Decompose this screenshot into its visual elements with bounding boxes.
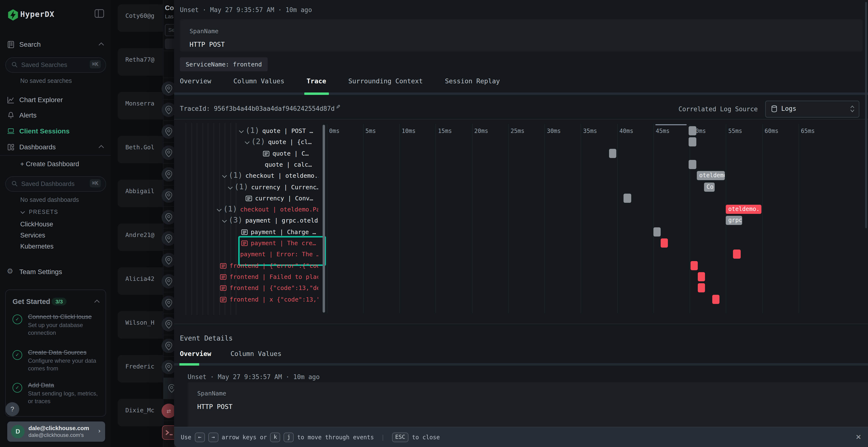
location-pin-icon[interactable] [161, 167, 176, 181]
sidebar-item-alerts[interactable]: Alerts [0, 109, 111, 122]
span-duration-bar[interactable] [712, 295, 719, 304]
event-details-tab-overview[interactable]: Overview [180, 350, 211, 357]
span-label: payment | Error: The … [240, 251, 318, 258]
app-title: HyperDX [20, 10, 55, 19]
trace-span-row[interactable]: quote | C… [263, 148, 309, 159]
log-doc-icon [241, 229, 248, 235]
trace-span-row[interactable]: (3)payment | grpc.oteld… [222, 215, 318, 227]
span-duration-bar[interactable] [698, 272, 705, 281]
divider [163, 206, 175, 207]
trace-span-row[interactable]: payment | The cre… [241, 238, 316, 249]
preset-services[interactable]: Services [20, 232, 45, 239]
sidebar-collapse-icon[interactable] [94, 9, 104, 18]
sidebar-item-dashboards[interactable]: Dashboards [0, 141, 111, 153]
tab-surrounding-context[interactable]: Surrounding Context [348, 77, 423, 93]
user-account-chip[interactable]: D dale@clickhouse.com dale@clickhouse.co… [7, 421, 105, 442]
location-pin-icon[interactable] [161, 145, 176, 160]
location-pin-icon[interactable] [161, 188, 176, 203]
trace-span-row[interactable]: frontend | {"code":13,"det… [220, 283, 318, 294]
location-pin-icon[interactable] [161, 81, 176, 96]
saved-dashboards-input[interactable]: Saved Dashboards ⌘K [5, 176, 106, 192]
divider [163, 142, 175, 142]
span-duration-bar[interactable]: Co [704, 182, 714, 192]
timeline-gridline [762, 124, 763, 313]
trace-span-row[interactable]: frontend | Failed to place… [220, 272, 318, 283]
sidebar-item-search[interactable]: Search [0, 38, 111, 51]
preset-clickhouse[interactable]: ClickHouse [20, 220, 53, 228]
log-doc-icon [220, 274, 227, 280]
session-list-item[interactable]: Coty60@g [118, 4, 163, 32]
span-duration-bar[interactable]: oteldemo.C [697, 171, 724, 180]
sidebar-item-chart-explorer[interactable]: Chart Explorer [0, 94, 111, 106]
saved-searches-input[interactable]: Saved Searches ⌘K [5, 57, 106, 73]
get-started-item[interactable]: ✓ Add Data Start sending logs, metrics, … [12, 381, 99, 405]
span-duration-bar[interactable] [733, 250, 741, 259]
location-pin-icon[interactable] [161, 210, 176, 224]
trace-span-row[interactable]: (1)quote | POST … [239, 126, 313, 137]
timeline-tick-label: 25ms [511, 128, 525, 134]
close-icon[interactable]: × [856, 431, 861, 442]
span-duration-bar[interactable]: oteldemo. [726, 205, 762, 214]
log-source-select[interactable]: Logs [765, 101, 859, 117]
session-list-item[interactable]: Beth.Gol [118, 136, 163, 163]
trace-span-row[interactable]: payment | Error: The … [240, 249, 318, 260]
tab-column-values[interactable]: Column Values [234, 77, 284, 93]
span-duration-bar[interactable]: grpc [726, 216, 742, 225]
help-button[interactable]: ? [5, 402, 19, 416]
trace-span-row[interactable]: (1)checkout | oteldemo.Pa… [217, 204, 318, 215]
tab-trace[interactable]: Trace [306, 77, 326, 93]
get-started-item[interactable]: ✓ Create Data Sources Configure where yo… [12, 349, 99, 373]
sidebar-item-client-sessions[interactable]: Client Sessions [0, 125, 111, 138]
event-details-tab-column-values[interactable]: Column Values [230, 350, 281, 357]
session-list-item[interactable]: Frederic [118, 355, 163, 382]
location-pin-icon[interactable] [161, 338, 176, 353]
tab-session-replay[interactable]: Session Replay [445, 77, 500, 93]
modal-scrollbar[interactable] [865, 2, 867, 228]
trace-span-row[interactable]: frontend | x {"code":13,"d… [220, 294, 318, 305]
session-list-item[interactable]: Dixie_Mc [118, 399, 163, 426]
span-duration-bar[interactable] [653, 227, 661, 236]
location-pin-icon[interactable] [161, 274, 176, 288]
session-list-item[interactable]: Alicia42 [118, 267, 163, 295]
trace-span-row[interactable]: frontend | {"error":{"code… [220, 260, 318, 271]
presets-toggle[interactable]: PRESETS [20, 209, 58, 215]
preset-kubernetes[interactable]: Kubernetes [20, 243, 54, 250]
trace-span-row[interactable]: (1)currency | Currenc… [227, 182, 318, 193]
location-pin-icon[interactable] [161, 124, 176, 138]
span-duration-bar[interactable] [661, 238, 668, 248]
trace-span-row[interactable]: quote | calc… [265, 160, 312, 171]
trace-span-row[interactable]: payment | Charge … [241, 227, 316, 238]
get-started-item[interactable]: ✓ Connect to ClickHouse Set up your data… [12, 313, 99, 337]
service-name-chip[interactable]: ServiceName: frontend [180, 57, 268, 71]
swap-arrows-icon[interactable]: ⇄ [161, 404, 176, 418]
session-list-item[interactable]: Abbigail [118, 180, 163, 207]
location-pin-icon[interactable] [161, 253, 176, 267]
sidebar-item-label: Team Settings [19, 268, 62, 276]
location-pin-icon[interactable] [161, 317, 176, 332]
span-duration-bar[interactable] [609, 148, 617, 158]
edit-icon[interactable]: ✎ [336, 103, 340, 110]
location-pin-icon[interactable] [161, 103, 176, 117]
location-pin-icon[interactable] [161, 360, 176, 374]
span-duration-bar[interactable] [689, 126, 696, 135]
session-list-item[interactable]: Retha77@ [118, 48, 163, 76]
span-duration-bar[interactable] [689, 160, 696, 169]
session-list-item[interactable]: Monserra [118, 92, 163, 119]
span-duration-bar[interactable] [698, 283, 705, 293]
session-list-item[interactable]: Wilson_H [118, 311, 163, 339]
span-duration-bar[interactable] [623, 194, 631, 203]
chevron-up-icon[interactable] [94, 300, 100, 303]
trace-span-row[interactable]: currency | Conv… [245, 193, 313, 204]
tab-overview[interactable]: Overview [180, 77, 211, 93]
trace-span-row[interactable]: (2)quote | {cl… [245, 137, 311, 148]
tree-scrollbar[interactable] [322, 125, 325, 313]
span-duration-bar[interactable] [689, 138, 696, 147]
sidebar-item-team-settings[interactable]: ⚙ Team Settings [0, 266, 111, 278]
session-list-item[interactable]: Andre21@ [118, 224, 163, 251]
trace-span-row[interactable]: (1)checkout | oteldemo.… [222, 171, 318, 182]
location-pin-icon[interactable] [161, 231, 176, 246]
create-dashboard-button[interactable]: + Create Dashboard [20, 161, 79, 168]
span-label: checkout | oteldemo.… [245, 172, 318, 179]
span-duration-bar[interactable] [690, 261, 698, 270]
location-pin-icon[interactable] [161, 296, 176, 310]
